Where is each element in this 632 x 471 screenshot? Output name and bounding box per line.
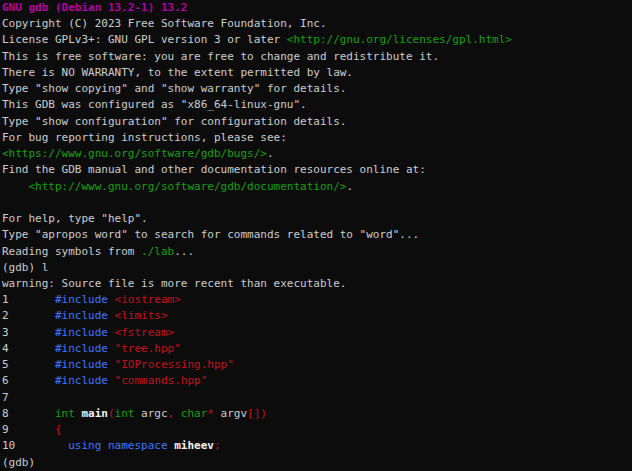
gdb-prompt-line[interactable]: (gdb)	[0, 455, 632, 471]
source-line-1-seg-0: 1	[2, 293, 55, 306]
documentation-url-line-seg-1: <http://www.gnu.org/software/gdb/documen…	[29, 180, 347, 193]
source-line-3-seg-0: 3	[2, 326, 55, 339]
source-line-8-seg-4: (	[108, 407, 115, 420]
copyright-line: Copyright (C) 2023 Free Software Foundat…	[0, 16, 632, 32]
documentation-url-line-seg-0	[2, 180, 29, 193]
source-line-10: 10 using namespace miheev;	[0, 438, 632, 454]
source-line-6: 6 #include "commands.hpp"	[0, 373, 632, 389]
source-line-10-seg-2	[101, 439, 108, 452]
copyright-line-seg-0: Copyright (C) 2023 Free Software Foundat…	[2, 17, 327, 30]
apropos-line: Type "apropos word" to search for comman…	[0, 227, 632, 243]
configured-line: This GDB was configured as "x86_64-linux…	[0, 97, 632, 113]
license-line-seg-0: License GPLv3+: GNU GPL version 3 or lat…	[2, 33, 287, 46]
bug-reporting-line: For bug reporting instructions, please s…	[0, 130, 632, 146]
source-line-4-seg-1: #include	[55, 342, 108, 355]
source-line-4-seg-2	[108, 342, 115, 355]
bugs-url-line-seg-0: <https://www.gnu.org/software/gdb/bugs/>	[2, 147, 267, 160]
manual-line-seg-0: Find the GDB manual and other documentat…	[2, 163, 426, 176]
source-line-8-seg-12: [])	[247, 407, 267, 420]
bugs-url-line: <https://www.gnu.org/software/gdb/bugs/>…	[0, 146, 632, 162]
warranty-line: There is NO WARRANTY, to the extent perm…	[0, 65, 632, 81]
source-line-10-seg-0: 10	[2, 439, 68, 452]
source-line-5-seg-1: #include	[55, 358, 108, 371]
gdb-command-line-seg-0: (gdb) l	[2, 261, 48, 274]
manual-line: Find the GDB manual and other documentat…	[0, 162, 632, 178]
bug-reporting-line-seg-0: For bug reporting instructions, please s…	[2, 131, 287, 144]
source-line-9-seg-1: {	[55, 423, 62, 436]
source-line-8-seg-6: argc	[134, 407, 167, 420]
documentation-url-line-seg-2: .	[346, 180, 353, 193]
source-line-1-seg-3: <iostream>	[115, 293, 181, 306]
source-line-2-seg-2	[108, 309, 115, 322]
configured-line-seg-0: This GDB was configured as "x86_64-linux…	[2, 98, 307, 111]
license-line: License GPLv3+: GNU GPL version 3 or lat…	[0, 32, 632, 48]
source-line-6-seg-2	[108, 374, 115, 387]
reading-symbols-line-seg-1: ./lab	[141, 245, 174, 258]
source-line-1-seg-1: #include	[55, 293, 108, 306]
source-line-4-seg-0: 4	[2, 342, 55, 355]
source-line-8-seg-1: int	[55, 407, 75, 420]
source-line-8-seg-5: int	[115, 407, 135, 420]
source-line-8-seg-9: char	[181, 407, 208, 420]
source-line-5-seg-2	[108, 358, 115, 371]
source-line-3: 3 #include <fstream>	[0, 325, 632, 341]
source-line-2-seg-1: #include	[55, 309, 108, 322]
free-software-line: This is free software: you are free to c…	[0, 49, 632, 65]
show-configuration-line: Type "show configuration" for configurat…	[0, 114, 632, 130]
source-line-8-seg-3: main	[81, 407, 108, 420]
source-line-8: 8 int main(int argc, char* argv[])	[0, 406, 632, 422]
show-copying-line-seg-0: Type "show copying" and "show warranty" …	[2, 82, 346, 95]
blank-line	[0, 195, 632, 211]
source-line-3-seg-1: #include	[55, 326, 108, 339]
warning-line-seg-0: warning: Source file is more recent than…	[2, 277, 346, 290]
source-line-2-seg-0: 2	[2, 309, 55, 322]
source-line-6-seg-1: #include	[55, 374, 108, 387]
source-line-10-seg-1: using	[68, 439, 101, 452]
show-copying-line: Type "show copying" and "show warranty" …	[0, 81, 632, 97]
gdb-version-line-seg-0: GNU gdb (Debian 13.2-1) 13.2	[2, 1, 187, 14]
source-line-1: 1 #include <iostream>	[0, 292, 632, 308]
warranty-line-seg-0: There is NO WARRANTY, to the extent perm…	[2, 66, 353, 79]
source-line-7-seg-0: 7	[2, 391, 9, 404]
source-line-8-seg-8	[174, 407, 181, 420]
reading-symbols-line: Reading symbols from ./lab...	[0, 244, 632, 260]
help-line: For help, type "help".	[0, 211, 632, 227]
source-line-7: 7	[0, 390, 632, 406]
source-line-1-seg-2	[108, 293, 115, 306]
source-line-5-seg-3: "IOProcessing.hpp"	[115, 358, 234, 371]
bugs-url-line-seg-1: .	[267, 147, 274, 160]
source-line-10-seg-5: miheev	[174, 439, 214, 452]
source-line-4-seg-3: "tree.hpp"	[115, 342, 181, 355]
source-line-8-seg-11: argv	[214, 407, 247, 420]
reading-symbols-line-seg-2: ...	[174, 245, 194, 258]
free-software-line-seg-0: This is free software: you are free to c…	[2, 50, 439, 63]
apropos-line-seg-0: Type "apropos word" to search for comman…	[2, 228, 419, 241]
source-line-9: 9 {	[0, 422, 632, 438]
reading-symbols-line-seg-0: Reading symbols from	[2, 245, 141, 258]
warning-line: warning: Source file is more recent than…	[0, 276, 632, 292]
source-line-10-seg-3: namespace	[108, 439, 168, 452]
source-line-8-seg-10: *	[207, 407, 214, 420]
documentation-url-line: <http://www.gnu.org/software/gdb/documen…	[0, 179, 632, 195]
source-line-8-seg-0: 8	[2, 407, 55, 420]
source-line-9-seg-0: 9	[2, 423, 55, 436]
license-line-seg-1: <http://gnu.org/licenses/gpl.html>	[287, 33, 512, 46]
source-line-6-seg-0: 6	[2, 374, 55, 387]
source-line-10-seg-6: ;	[214, 439, 221, 452]
gdb-version-line: GNU gdb (Debian 13.2-1) 13.2	[0, 0, 632, 16]
source-line-3-seg-3: <fstream>	[115, 326, 175, 339]
gdb-terminal[interactable]: GNU gdb (Debian 13.2-1) 13.2Copyright (C…	[0, 0, 632, 471]
gdb-prompt-line-seg-0: (gdb)	[2, 456, 42, 469]
source-line-6-seg-3: "commands.hpp"	[115, 374, 208, 387]
source-line-3-seg-2	[108, 326, 115, 339]
help-line-seg-0: For help, type "help".	[2, 212, 148, 225]
source-line-4: 4 #include "tree.hpp"	[0, 341, 632, 357]
source-line-5: 5 #include "IOProcessing.hpp"	[0, 357, 632, 373]
gdb-command-line: (gdb) l	[0, 260, 632, 276]
show-configuration-line-seg-0: Type "show configuration" for configurat…	[2, 115, 346, 128]
source-line-5-seg-0: 5	[2, 358, 55, 371]
source-line-2: 2 #include <limits>	[0, 308, 632, 324]
source-line-2-seg-3: <limits>	[115, 309, 168, 322]
